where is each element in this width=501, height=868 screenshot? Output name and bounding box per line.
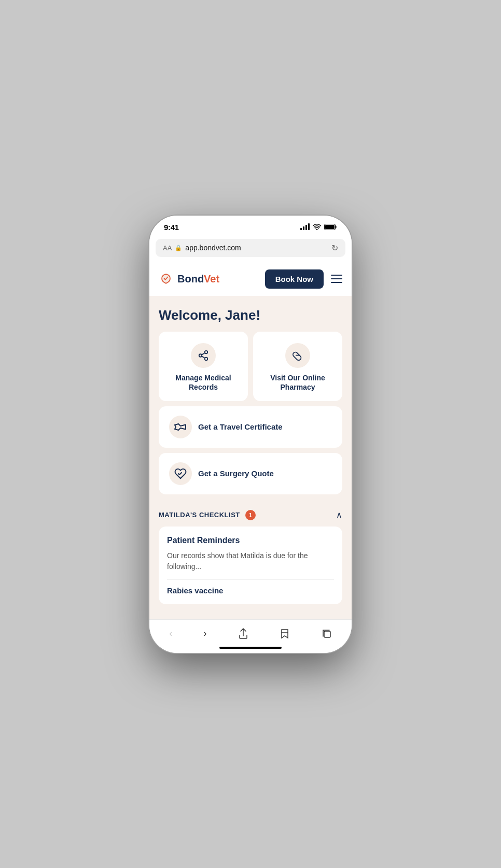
airplane-icon bbox=[174, 421, 187, 433]
wifi-icon bbox=[313, 224, 321, 230]
reminders-desc: Our records show that Matilda is due for… bbox=[167, 550, 334, 572]
medical-records-label: Manage Medical Records bbox=[166, 373, 241, 392]
manage-medical-records-card[interactable]: Manage Medical Records bbox=[159, 332, 248, 401]
logo-area: BondVet bbox=[159, 272, 219, 286]
header-right: Book Now bbox=[265, 269, 342, 289]
share-button[interactable] bbox=[233, 625, 254, 643]
surgery-quote-card[interactable]: Get a Surgery Quote bbox=[159, 453, 342, 494]
refresh-icon[interactable]: ↻ bbox=[331, 243, 338, 253]
svg-line-5 bbox=[202, 356, 205, 358]
surgery-icon-wrap bbox=[169, 462, 192, 485]
pill-icon bbox=[292, 350, 303, 361]
medical-records-icon-wrap bbox=[191, 343, 216, 368]
welcome-section: Welcome, Jane! bbox=[149, 296, 352, 332]
svg-rect-9 bbox=[324, 631, 330, 637]
checklist-title-area: MATILDA'S CHECKLIST 1 bbox=[159, 510, 256, 520]
address-left: AA 🔒 app.bondvet.com bbox=[163, 244, 241, 252]
share-icon bbox=[198, 350, 209, 361]
travel-icon-wrap bbox=[169, 416, 192, 438]
battery-icon bbox=[324, 224, 337, 230]
travel-label: Get a Travel Certificate bbox=[198, 422, 283, 431]
reminder-item: Rabies vaccine bbox=[167, 579, 334, 595]
pharmacy-icon-wrap bbox=[285, 343, 310, 368]
checklist-card: Patient Reminders Our records show that … bbox=[159, 527, 342, 604]
back-button[interactable]: ‹ bbox=[164, 625, 177, 642]
welcome-title: Welcome, Jane! bbox=[159, 307, 342, 323]
quick-action-cards: Manage Medical Records Visit Our Online … bbox=[149, 332, 352, 401]
wide-action-cards: Get a Travel Certificate Get a Surgery Q… bbox=[149, 406, 352, 494]
pharmacy-label: Visit Our Online Pharmacy bbox=[260, 373, 335, 392]
share-nav-icon bbox=[238, 628, 248, 639]
svg-rect-1 bbox=[325, 225, 335, 229]
chevron-up-icon: ∧ bbox=[336, 510, 342, 520]
address-bar[interactable]: AA 🔒 app.bondvet.com ↻ bbox=[156, 239, 345, 257]
bondvet-logo-icon bbox=[159, 272, 173, 286]
status-bar: 9:41 bbox=[149, 216, 352, 236]
reminders-title: Patient Reminders bbox=[167, 536, 334, 545]
browser-nav: ‹ › bbox=[149, 625, 352, 643]
svg-line-6 bbox=[202, 352, 205, 354]
app-content: BondVet Book Now Welcome, Jane! bbox=[149, 262, 352, 619]
tabs-icon bbox=[322, 629, 332, 639]
checklist-section: MATILDA'S CHECKLIST 1 ∧ Patient Reminder… bbox=[149, 503, 352, 613]
browser-bottom-bar: ‹ › bbox=[149, 619, 352, 653]
travel-certificate-card[interactable]: Get a Travel Certificate bbox=[159, 406, 342, 448]
url-text: app.bondvet.com bbox=[185, 244, 241, 252]
aa-text[interactable]: AA bbox=[163, 244, 172, 252]
phone-frame: 9:41 AA 🔒 bbox=[149, 216, 352, 653]
logo-text: BondVet bbox=[177, 273, 219, 285]
status-time: 9:41 bbox=[164, 223, 179, 232]
lock-icon: 🔒 bbox=[175, 245, 182, 251]
browser-chrome: AA 🔒 app.bondvet.com ↻ bbox=[149, 236, 352, 262]
book-icon bbox=[280, 629, 290, 639]
checklist-badge: 1 bbox=[245, 510, 256, 520]
checklist-header[interactable]: MATILDA'S CHECKLIST 1 ∧ bbox=[159, 503, 342, 527]
surgery-label: Get a Surgery Quote bbox=[198, 469, 274, 478]
signal-bars-icon bbox=[300, 224, 310, 230]
tabs-button[interactable] bbox=[316, 625, 337, 642]
bookmarks-button[interactable] bbox=[274, 625, 295, 642]
hamburger-menu[interactable] bbox=[331, 275, 342, 283]
heart-pulse-icon bbox=[174, 467, 187, 480]
checklist-title: MATILDA'S CHECKLIST bbox=[159, 511, 240, 519]
online-pharmacy-card[interactable]: Visit Our Online Pharmacy bbox=[253, 332, 342, 401]
app-header: BondVet Book Now bbox=[149, 262, 352, 296]
forward-button[interactable]: › bbox=[199, 625, 212, 642]
book-now-button[interactable]: Book Now bbox=[265, 269, 324, 289]
home-indicator bbox=[219, 647, 282, 649]
status-icons bbox=[300, 224, 337, 230]
